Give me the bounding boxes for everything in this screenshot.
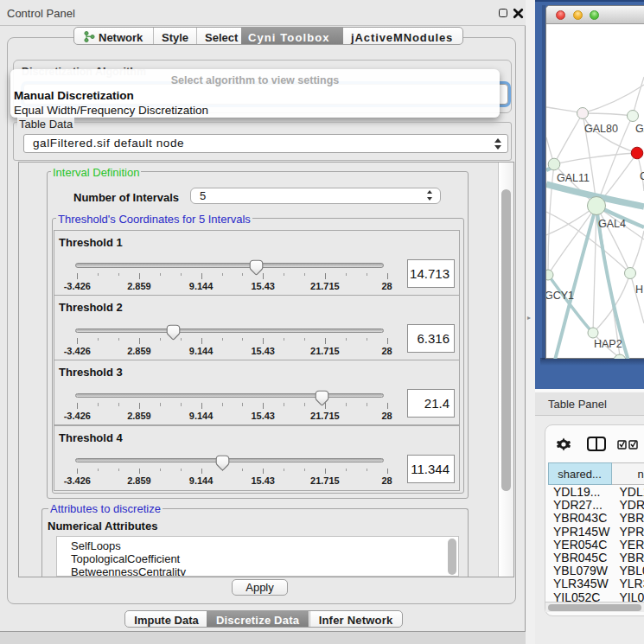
svg-text:GAL11: GAL11: [557, 172, 590, 184]
svg-text:GAL80: GAL80: [584, 123, 618, 135]
svg-text:C: C: [640, 170, 644, 182]
svg-text:H: H: [635, 284, 643, 296]
svg-text:GA: GA: [635, 123, 644, 135]
svg-text:GCY1: GCY1: [546, 290, 574, 302]
svg-text:HAP2: HAP2: [594, 338, 622, 350]
svg-text:GAL4: GAL4: [598, 218, 626, 230]
